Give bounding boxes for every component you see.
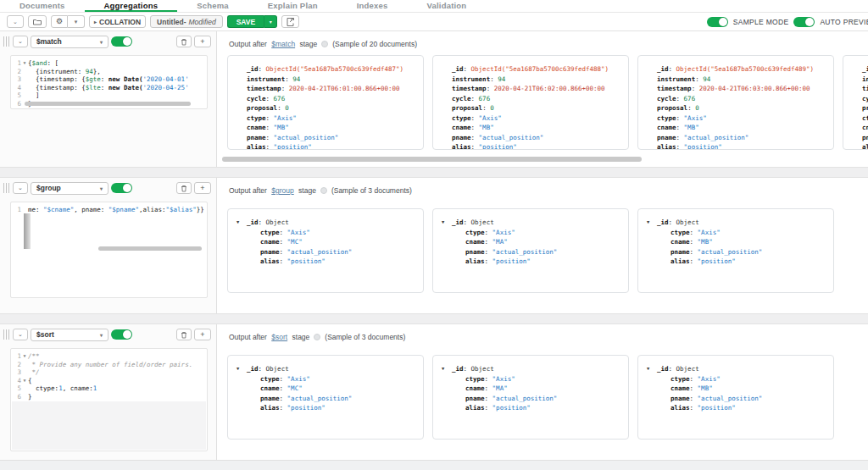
document-field: alias: "position"	[647, 142, 826, 150]
line-number: 2	[11, 361, 21, 369]
save-menu-button[interactable]: ▾	[264, 15, 277, 28]
field-value: "Axis"	[698, 375, 721, 383]
stage-doc-link[interactable]: $sort	[271, 333, 287, 341]
code-token: "$alias"	[166, 206, 197, 214]
fold-gutter	[21, 75, 28, 84]
stage-add-button[interactable]: +	[194, 36, 211, 47]
fold-caret-icon: ▼	[21, 377, 28, 385]
field-key: cname	[452, 124, 471, 131]
code-token: ]	[28, 91, 40, 100]
field-key: ctype	[260, 375, 280, 383]
stage-doc-link[interactable]: $group	[271, 186, 293, 195]
stage-delete-button[interactable]	[176, 182, 192, 194]
stage-add-button[interactable]: +	[194, 329, 211, 340]
document-card: ▼_id: Objectctype: "Axis"cname: "MC"pnam…	[227, 355, 424, 440]
document-field: ▼_id: Object	[647, 218, 826, 228]
stage-preview-panel: Output after $match stage(Sample of 20 d…	[217, 31, 868, 167]
drag-handle-icon[interactable]	[3, 329, 9, 340]
stage-collapse-button[interactable]: ⌄	[13, 182, 28, 194]
document-field: cname: "MB"	[647, 384, 826, 394]
line-number: 1	[11, 206, 21, 214]
field-value: Object	[676, 365, 699, 373]
document-field: timestamp: 2020-04-21T06:02:00.866+00:00	[442, 84, 621, 94]
document-field: pname: "actual_position"	[442, 133, 621, 143]
document-field: cname: "MA"	[442, 384, 621, 394]
tab-aggregations[interactable]: Aggregations	[85, 0, 178, 12]
code-token: ctype:	[28, 384, 58, 393]
settings-menu-button[interactable]: ▾	[68, 15, 85, 28]
tab-indexes[interactable]: Indexes	[337, 0, 408, 12]
document-field: ctype: "Axis"	[442, 228, 621, 238]
stage-delete-button[interactable]	[176, 329, 192, 340]
stage-enabled-toggle[interactable]	[111, 329, 132, 340]
tab-explain-plan[interactable]: Explain Plan	[248, 0, 337, 12]
code-token: 94	[86, 68, 93, 76]
field-value: Object	[471, 218, 494, 226]
expand-caret-icon[interactable]: ▼	[442, 218, 452, 228]
collation-toggle-button[interactable]: ▸ COLLATION	[89, 15, 146, 28]
expand-caret-icon[interactable]: ▼	[442, 364, 452, 374]
settings-button[interactable]: ⚙	[51, 15, 68, 28]
field-separator: :	[690, 229, 698, 236]
document-field: timestamp:	[852, 84, 868, 94]
editor-h-scrollbar[interactable]	[98, 246, 202, 251]
gear-icon: ⚙	[56, 18, 63, 25]
stage-code-editor[interactable]: 1▼{$and: [2 {instrument: 94},3 {timestam…	[10, 55, 208, 109]
field-key: pname	[670, 248, 690, 256]
fold-gutter	[21, 393, 28, 401]
line-number: 3	[11, 368, 21, 377]
drag-handle-icon[interactable]	[3, 183, 9, 193]
stage-enabled-toggle[interactable]	[111, 183, 132, 193]
field-value: Object	[471, 365, 494, 373]
preview-h-scrollbar[interactable]	[222, 157, 642, 162]
open-saved-pipelines-button[interactable]	[28, 15, 47, 28]
field-key: pname	[465, 395, 485, 402]
expand-caret-icon[interactable]: ▼	[647, 364, 657, 374]
sample-mode-toggle[interactable]	[707, 17, 728, 27]
document-field: alias: "position"	[236, 142, 416, 150]
tab-validation[interactable]: Validation	[407, 0, 486, 12]
pipeline-name: Untitled- Modified	[150, 15, 223, 28]
stage-operator-select[interactable]: $group▾	[31, 182, 108, 195]
stage-collapse-button[interactable]: ⌄	[13, 329, 28, 340]
line-number: 5	[11, 384, 21, 393]
chevron-down-icon: ▾	[100, 185, 103, 191]
save-button[interactable]: SAVE	[227, 15, 264, 28]
document-card-list: ▼_id: Objectctype: "Axis"cname: "MC"pnam…	[227, 208, 868, 293]
stage-operator-select[interactable]: $match▾	[31, 36, 108, 48]
stage-add-button[interactable]: +	[194, 182, 211, 194]
field-separator: :	[669, 218, 676, 226]
auto-preview-toggle[interactable]	[793, 17, 815, 27]
document-field: cname: "MA"	[442, 237, 621, 247]
document-field: ▼_id: Object	[236, 364, 416, 374]
tab-documents[interactable]: Documents	[0, 0, 85, 12]
stage-collapse-button[interactable]: ⌄	[13, 36, 28, 47]
code-token: ,alias:	[139, 206, 166, 214]
expand-caret-icon[interactable]: ▼	[647, 218, 657, 228]
stage-doc-link[interactable]: $match	[271, 40, 295, 48]
code-token: 1	[93, 384, 97, 393]
field-key: ctype	[260, 229, 280, 236]
stage-delete-button[interactable]	[176, 36, 192, 47]
export-pipeline-button[interactable]	[281, 15, 299, 28]
document-field: cname: "MB"	[442, 123, 621, 133]
stage-header: ⌄$group▾+	[3, 180, 211, 196]
expand-caret-icon[interactable]: ▼	[236, 364, 247, 374]
stage-operator-select[interactable]: $sort▾	[31, 329, 108, 341]
stage-code-editor[interactable]: 1 me: "$cname", pname: "$pname",alias:"$…	[10, 202, 208, 298]
stage-code-editor[interactable]: 1▼/**2 * Provide any number of field/ord…	[10, 348, 208, 451]
drag-handle-icon[interactable]	[3, 36, 9, 47]
stage-enabled-toggle[interactable]	[111, 36, 132, 47]
document-field: instrument: 94	[647, 75, 826, 85]
document-field: _id: ObjectId("5ea1687ba5700c639fedf489"…	[647, 64, 826, 75]
expand-caret-icon[interactable]: ▼	[236, 218, 247, 228]
field-separator: :	[280, 238, 287, 246]
fold-gutter	[21, 91, 28, 100]
tab-schema[interactable]: Schema	[177, 0, 248, 12]
document-field: cname: "MB"	[236, 123, 416, 133]
stage-separator	[0, 313, 868, 324]
editor-h-scrollbar[interactable]	[25, 102, 191, 106]
collapse-all-button[interactable]: ⌄	[7, 15, 24, 28]
stage-row: ⌄$sort▾+1▼/**2 * Provide any number of f…	[0, 324, 868, 460]
preview-header: Output after $group stage(Sample of 3 do…	[217, 178, 868, 195]
